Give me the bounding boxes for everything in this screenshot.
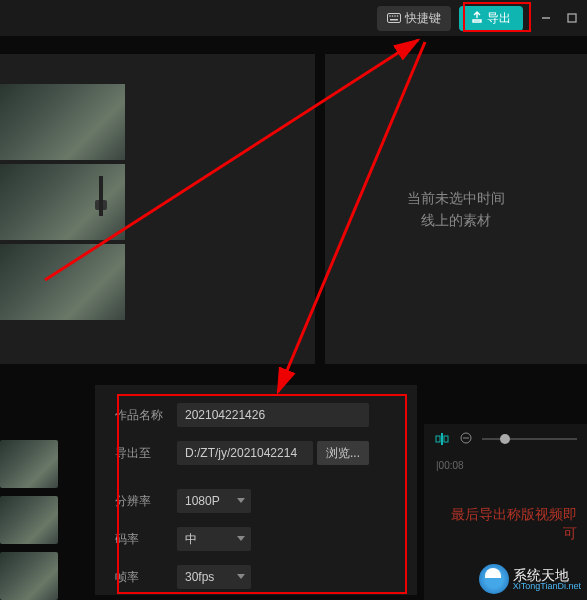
annotation-highlight-export	[463, 2, 531, 32]
svg-point-2	[389, 15, 391, 17]
zoom-slider[interactable]	[482, 438, 577, 440]
empty-selection-message: 当前未选中时间 线上的素材	[407, 187, 505, 232]
clip-thumbnail[interactable]	[0, 496, 58, 544]
timeline-clips-left	[0, 440, 58, 600]
resolution-select[interactable]: 1080P	[177, 489, 251, 513]
svg-rect-9	[436, 436, 440, 442]
minimize-button[interactable]	[539, 11, 553, 25]
shortcuts-button[interactable]: 快捷键	[377, 6, 451, 31]
empty-line-2: 线上的素材	[407, 209, 505, 231]
clip-thumbnail[interactable]	[0, 440, 58, 488]
watermark-site-url: XiTongTianDi.net	[513, 582, 581, 591]
timeline-toolbar	[424, 424, 587, 454]
empty-line-1: 当前未选中时间	[407, 187, 505, 209]
fps-label: 帧率	[115, 569, 177, 586]
keyboard-icon	[387, 13, 401, 23]
timeline-align-icon[interactable]	[434, 431, 450, 447]
clip-thumbnail[interactable]	[0, 552, 58, 600]
project-name-label: 作品名称	[115, 407, 177, 424]
export-dialog: 作品名称 导出至 浏览... 分辨率 1080P 码率 中 帧率 30fps 格…	[95, 385, 417, 595]
zoom-out-icon[interactable]	[460, 430, 472, 448]
logo-icon	[479, 564, 509, 594]
annotation-text: 最后导出称版视频即 可	[451, 505, 577, 544]
svg-rect-1	[390, 19, 398, 21]
maximize-button[interactable]	[565, 11, 579, 25]
project-name-input[interactable]	[177, 403, 369, 427]
fps-select[interactable]: 30fps	[177, 565, 251, 589]
resolution-label: 分辨率	[115, 493, 177, 510]
export-path-input[interactable]	[177, 441, 313, 465]
shortcuts-label: 快捷键	[405, 10, 441, 27]
timeline-ruler-tick: |00:08	[424, 460, 587, 471]
window-controls	[539, 11, 579, 25]
thumbnail[interactable]	[0, 244, 125, 320]
export-path-label: 导出至	[115, 445, 177, 462]
preview-panel: 当前未选中时间 线上的素材	[325, 54, 587, 364]
browse-button[interactable]: 浏览...	[317, 441, 369, 465]
bitrate-label: 码率	[115, 531, 177, 548]
thumbnail[interactable]	[0, 84, 125, 160]
svg-point-4	[394, 15, 396, 17]
svg-point-3	[392, 15, 394, 17]
svg-rect-8	[441, 433, 443, 445]
svg-rect-0	[388, 14, 401, 23]
svg-point-5	[397, 15, 399, 17]
thumbnail-strip	[0, 84, 125, 324]
watermark-logo: 系统天地 XiTongTianDi.net	[479, 564, 581, 594]
thumbnail[interactable]	[0, 164, 125, 240]
watermark-site-name: 系统天地	[513, 568, 581, 582]
svg-rect-7	[568, 14, 576, 22]
media-panel	[0, 54, 315, 364]
bitrate-select[interactable]: 中	[177, 527, 251, 551]
svg-rect-10	[444, 436, 448, 442]
